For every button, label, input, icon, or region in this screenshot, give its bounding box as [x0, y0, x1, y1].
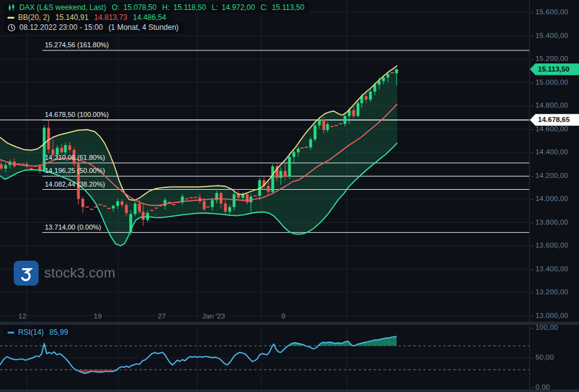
close-label: C:: [260, 3, 268, 12]
rsi-label: RSI(14): [18, 328, 44, 337]
bb-middle-value: 14.813,73: [94, 13, 127, 22]
bb-dash-icon: [7, 16, 14, 19]
pane-separator-top[interactable]: [0, 322, 579, 325]
last-price-badge: 15.113,50: [530, 63, 579, 75]
price-axis-label: 15.400,00: [535, 32, 568, 39]
trading-chart-window: { "legend": { "symbol_row": { "title": "…: [0, 0, 579, 392]
symbol-legend[interactable]: DAX (L&S weekend, Last) O: 15.078,50 H: …: [4, 2, 309, 13]
open-label: O:: [111, 3, 120, 12]
bb-label: BB(20, 2): [18, 13, 50, 22]
price-axis-label: 14.600,00: [535, 125, 568, 133]
price-axis[interactable]: 15.600,0015.400,0015.200,0015.000,0014.8…: [529, 0, 579, 392]
watermark: stock3.com: [14, 261, 115, 286]
price-axis-label: 14.400,00: [535, 148, 568, 156]
time-axis-label: 19: [80, 312, 115, 320]
price-axis-label: 15.200,00: [535, 55, 568, 62]
rsi-dash-icon: [7, 331, 14, 334]
price-axis-label: 13.400,00: [535, 265, 568, 273]
pane-separator-bottom: [0, 390, 579, 392]
interval-label: (1 Monat, 4 Stunden): [108, 23, 179, 32]
fib-level-label: 14.310,06 (61.80%): [45, 154, 105, 161]
fib-level-label: 14.082,44 (38.20%): [45, 180, 105, 188]
fib-level-label: 15.274,56 (161.80%): [45, 41, 109, 49]
price-axis-label: 14.800,00: [535, 101, 568, 109]
rsi-indicator-legend[interactable]: RSI(14) 85,99: [4, 327, 73, 338]
price-axis-label: 13.000,00: [535, 312, 568, 319]
price-axis-label: 13.200,00: [535, 288, 568, 296]
stock3-logo-icon: [17, 264, 35, 282]
high-value: 15.118,50: [173, 3, 206, 12]
high-label: H:: [162, 3, 169, 12]
time-axis-label: 27: [144, 312, 179, 320]
time-axis-label: 12: [5, 312, 40, 320]
time-axis-label: 9: [266, 312, 301, 320]
chart-canvas[interactable]: [0, 0, 579, 392]
open-value: 15.078,50: [123, 3, 156, 12]
price-axis-label: 15.600,00: [535, 8, 568, 16]
symbol-title: DAX (L&S weekend, Last): [19, 3, 106, 12]
candlestick-icon: [7, 4, 16, 12]
rsi-axis-label: 50,00: [535, 353, 554, 361]
low-value: 14.972,00: [222, 3, 255, 12]
fib-level-label: 13.714,00 (0.00%): [45, 223, 101, 231]
clock-icon: [7, 24, 16, 32]
low-label: L:: [212, 3, 218, 12]
stock3-logo: [14, 261, 39, 286]
watermark-text: stock3.com: [44, 265, 115, 281]
price-axis-label: 13.600,00: [535, 241, 568, 249]
price-axis-label: 15.000,00: [535, 78, 568, 86]
date-range: 08.12.2022 23:00 - 15:00: [19, 23, 103, 32]
close-value: 15.113,50: [271, 3, 304, 12]
bb-upper-value: 15.140,91: [55, 13, 88, 22]
price-axis-label: 14.000,00: [535, 195, 568, 202]
fib-level-label: 14.196,25 (50.00%): [45, 167, 105, 174]
rsi-value: 85,99: [49, 328, 68, 337]
bb-indicator-legend[interactable]: BB(20, 2) 15.140,91 14.813,73 14.486,54: [4, 12, 171, 23]
price-axis-label: 13.800,00: [535, 218, 568, 226]
fib-level-label: 14.678,50 (100.00%): [45, 111, 109, 118]
level-price-badge: 14.678,65: [530, 114, 579, 126]
price-axis-label: 14.200,00: [535, 172, 568, 179]
time-axis-label: Jan '23: [196, 312, 231, 320]
timeframe-legend[interactable]: 08.12.2022 23:00 - 15:00 (1 Monat, 4 Stu…: [4, 22, 184, 33]
bb-lower-value: 14.486,54: [133, 13, 166, 22]
